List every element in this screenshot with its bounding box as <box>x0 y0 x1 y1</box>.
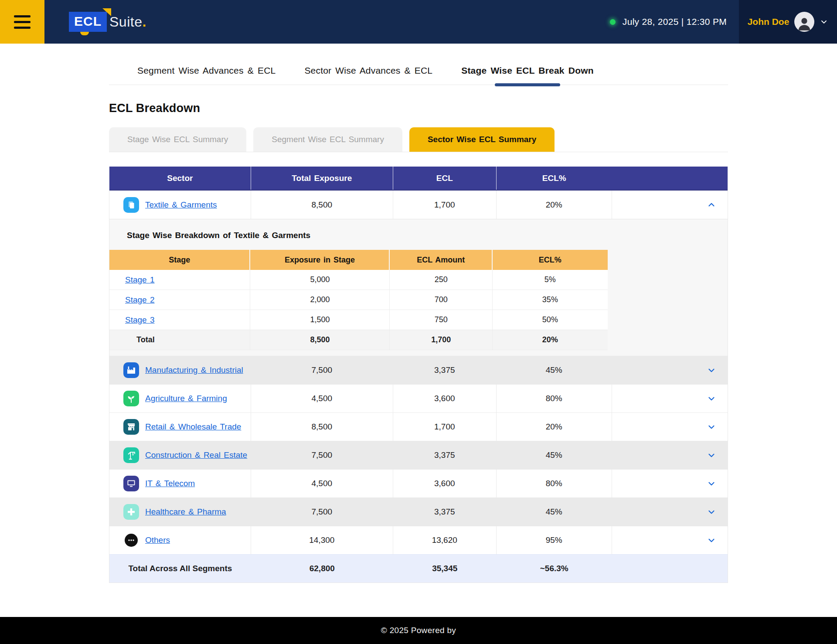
collapse-chevron-up-icon[interactable] <box>612 191 728 219</box>
stage-exposure: 2,000 <box>250 290 390 310</box>
sector-ecl: 3,600 <box>393 470 497 497</box>
column-header-stage: Stage <box>109 250 250 270</box>
stage-rows: Stage 1 5,000 250 5% Stage 2 2,000 700 3… <box>109 270 608 330</box>
sector-total-exposure: 7,500 <box>251 441 393 469</box>
sector-ecl-pct: 20% <box>497 191 612 219</box>
sector-total-exposure: 7,500 <box>251 356 393 384</box>
sector-link[interactable]: Manufacturing & Industrial <box>145 365 243 375</box>
stage-total-label: Total <box>109 330 250 350</box>
app-logo[interactable]: ECL Suite . <box>69 12 146 32</box>
grand-total-ecl: 35,345 <box>393 555 497 583</box>
sector-ecl: 3,375 <box>393 441 497 469</box>
logo-triangle-accent <box>102 8 111 16</box>
stage-ecl-amount: 700 <box>390 290 492 310</box>
sector-ecl: 3,375 <box>393 498 497 526</box>
sector-row: Others 14,300 13,620 95% <box>109 526 728 554</box>
column-header-ecl: ECL <box>393 167 497 190</box>
tab-sector-wise-advances[interactable]: Sector Wise Advances & ECL <box>304 65 432 85</box>
sector-total-exposure: 4,500 <box>251 470 393 497</box>
subtab-stage-wise-ecl-summary[interactable]: Stage Wise ECL Summary <box>109 127 246 152</box>
stage-ecl-pct: 5% <box>493 270 608 290</box>
stage-total-ecl: 1,700 <box>390 330 492 350</box>
sector-ecl: 13,620 <box>393 526 497 554</box>
expand-chevron-down-icon[interactable] <box>612 470 728 497</box>
stage-table-header-row: Stage Exposure in Stage ECL Amount ECL% <box>109 250 608 270</box>
expand-chevron-down-icon[interactable] <box>612 498 728 526</box>
tab-segment-wise-advances[interactable]: Segment Wise Advances & ECL <box>137 65 276 85</box>
footer-bar: © 2025 Powered by <box>0 617 837 644</box>
expand-chevron-down-icon[interactable] <box>612 526 728 554</box>
expand-chevron-down-icon[interactable] <box>612 356 728 384</box>
stage-ecl-pct: 35% <box>493 290 608 310</box>
hamburger-menu-button[interactable] <box>0 0 44 44</box>
sector-ecl-pct: 80% <box>497 385 612 412</box>
stage-link[interactable]: Stage 2 <box>125 295 155 305</box>
sector-ecl-table: Sector Total Exposure ECL ECL% Textile &… <box>109 167 728 583</box>
sector-link[interactable]: Construction & Real Estate <box>145 450 247 460</box>
sector-rows: Textile & Garments 8,500 1,700 20% Stage… <box>109 191 728 554</box>
sector-link[interactable]: Healthcare & Pharma <box>145 507 226 517</box>
sector-link[interactable]: Retail & Wholesale Trade <box>145 422 241 432</box>
hamburger-icon <box>14 15 31 29</box>
page-title: ECL Breakdown <box>109 102 728 115</box>
table-header-row: Sector Total Exposure ECL ECL% <box>109 167 728 191</box>
expand-chevron-down-icon[interactable] <box>612 413 728 441</box>
user-menu[interactable]: John Doe <box>739 0 837 44</box>
stage-ecl-amount: 750 <box>390 310 492 330</box>
sector-link[interactable]: Others <box>145 535 170 545</box>
logo-ecl-text: ECL <box>74 14 102 28</box>
stage-row: Stage 1 5,000 250 5% <box>109 270 608 290</box>
stage-total-row: Total 8,500 1,700 20% <box>109 330 608 350</box>
stage-link[interactable]: Stage 3 <box>125 315 155 325</box>
expand-chevron-down-icon[interactable] <box>612 385 728 412</box>
computer-icon <box>123 476 139 491</box>
user-name: John Doe <box>748 17 789 27</box>
stage-breakdown-title: Stage Wise Breakdown of Textile & Garmen… <box>127 231 728 240</box>
crane-icon <box>123 447 139 463</box>
logo-suite-text: Suite <box>109 14 142 30</box>
factory-icon <box>123 362 139 378</box>
sector-ecl-pct: 95% <box>497 526 612 554</box>
avatar <box>794 12 814 32</box>
sector-total-exposure: 4,500 <box>251 385 393 412</box>
subtab-sector-wise-ecl-summary[interactable]: Sector Wise ECL Summary <box>409 127 555 152</box>
top-tab-bar: Segment Wise Advances & ECL Sector Wise … <box>109 44 728 85</box>
stage-link[interactable]: Stage 1 <box>125 275 155 285</box>
header-main: ECL Suite . July 28, 2025 | 12:30 PM Joh… <box>44 0 837 44</box>
stage-row: Stage 3 1,500 750 50% <box>109 310 608 330</box>
grand-total-exposure: 62,800 <box>251 555 393 583</box>
grand-total-label: Total Across All Segments <box>109 555 251 583</box>
stage-row: Stage 2 2,000 700 35% <box>109 290 608 310</box>
column-header-expander <box>612 167 728 190</box>
sector-row: Healthcare & Pharma 7,500 3,375 45% <box>109 497 728 526</box>
logo-arc-accent <box>80 32 89 35</box>
medical-cross-icon <box>123 504 139 520</box>
sector-total-exposure: 7,500 <box>251 498 393 526</box>
agriculture-icon <box>123 391 139 406</box>
stage-ecl-pct: 50% <box>493 310 608 330</box>
datetime-text: July 28, 2025 | 12:30 PM <box>623 17 727 27</box>
sector-link[interactable]: IT & Telecom <box>145 479 195 488</box>
grand-total-row: Total Across All Segments 62,800 35,345 … <box>109 554 728 583</box>
stage-total-ecl-pct: 20% <box>493 330 608 350</box>
sector-ecl-pct: 45% <box>497 441 612 469</box>
column-header-sector: Sector <box>109 167 251 190</box>
sector-total-exposure: 8,500 <box>251 191 393 219</box>
stage-exposure: 5,000 <box>250 270 390 290</box>
subtab-segment-wise-ecl-summary[interactable]: Segment Wise ECL Summary <box>253 127 402 152</box>
column-header-ecl-amount: ECL Amount <box>390 250 492 270</box>
stage-ecl-amount: 250 <box>390 270 492 290</box>
sector-link[interactable]: Agriculture & Farming <box>145 394 227 403</box>
sector-ecl-pct: 80% <box>497 470 612 497</box>
grand-total-ecl-pct: ~56.3% <box>497 555 612 583</box>
sector-link[interactable]: Textile & Garments <box>145 200 217 210</box>
textile-icon <box>123 197 139 213</box>
sector-row: Construction & Real Estate 7,500 3,375 4… <box>109 441 728 469</box>
sector-ecl-pct: 20% <box>497 413 612 441</box>
expand-chevron-down-icon[interactable] <box>612 441 728 469</box>
status-datetime: July 28, 2025 | 12:30 PM <box>610 17 739 27</box>
logo-dot: . <box>142 14 146 30</box>
sector-row: Retail & Wholesale Trade 8,500 1,700 20% <box>109 412 728 441</box>
tab-stage-wise-ecl-breakdown[interactable]: Stage Wise ECL Break Down <box>461 65 594 85</box>
column-header-stage-ecl-pct: ECL% <box>493 250 608 270</box>
